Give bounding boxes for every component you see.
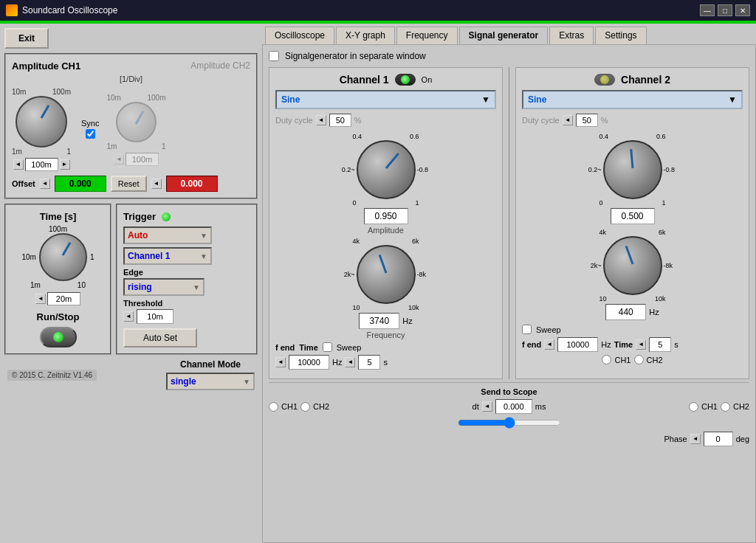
ch2-knob-bottom-labels: 1m 1: [106, 142, 165, 151]
ch2-value-down[interactable]: ◄: [114, 154, 124, 165]
offset-ch1-down[interactable]: ◄: [40, 179, 50, 189]
ch1-duty-unit: %: [354, 116, 362, 125]
ch2-select-row: CH1 CH2: [522, 355, 743, 364]
ch1-fend-unit: Hz: [332, 358, 342, 367]
ch1-wave-dropdown[interactable]: Sine ▼: [275, 90, 496, 109]
ch2-duty-cycle-row: Duty cycle ◄ 50 %: [522, 114, 743, 127]
ch1-duty-down[interactable]: ◄: [316, 115, 326, 125]
ch2-frequency-value-input[interactable]: 440: [605, 304, 646, 320]
ch1-fend-input[interactable]: 10000: [289, 355, 329, 370]
ch1-freq-bot-left: 10: [353, 304, 360, 311]
ch1-time-down[interactable]: ◄: [345, 357, 355, 367]
reset-button[interactable]: Reset: [111, 176, 147, 192]
ch1-send-ch2-radio[interactable]: [300, 402, 310, 412]
ch1-on-indicator: [401, 75, 410, 84]
exit-button[interactable]: Exit: [4, 28, 49, 49]
ch1-duty-input[interactable]: 50: [329, 114, 351, 127]
ch2-time-down[interactable]: ◄: [636, 339, 646, 350]
ch2-ch1-radio[interactable]: [602, 355, 611, 364]
run-stop-button[interactable]: [40, 327, 77, 347]
ch2-fend-down[interactable]: ◄: [544, 339, 554, 350]
ch1-send-ch2-label: CH2: [313, 402, 329, 411]
ch1-f-end-label: f end: [275, 343, 295, 352]
edge-dropdown[interactable]: rising ▼: [123, 278, 205, 296]
ch2-amp-mid-left: 0.2~: [587, 166, 602, 173]
ch2-frequency-knob-section: 4k 6k 2k~ -8k 10 10k: [522, 229, 743, 322]
phase-input[interactable]: 0: [704, 432, 733, 446]
ch1-time-input[interactable]: 5: [358, 355, 380, 370]
tab-settings[interactable]: Settings: [595, 27, 646, 44]
ch1-on-off-toggle[interactable]: [395, 74, 416, 86]
ch2-fend-input[interactable]: 10000: [557, 337, 598, 352]
dt-input[interactable]: 0.000: [495, 399, 532, 414]
ch2-duty-down[interactable]: ◄: [563, 115, 573, 125]
ch2-ch2-label: CH2: [647, 356, 663, 364]
ch1-fend-down[interactable]: ◄: [275, 357, 286, 367]
sync-checkbox[interactable]: [86, 129, 95, 139]
ch1-sweep-checkbox[interactable]: [323, 342, 332, 352]
time-knob[interactable]: [39, 233, 87, 281]
ch1-bot-right-label: 1: [66, 148, 71, 156]
ch2-duty-input[interactable]: 50: [576, 114, 598, 127]
ch2-wave-arrow: ▼: [728, 94, 737, 105]
ch1-amplitude-knob[interactable]: [357, 140, 416, 199]
ch2-amplitude-value-input[interactable]: 0.500: [611, 208, 655, 224]
window-title: Soundcard Oscilloscope: [22, 5, 117, 15]
maximize-button[interactable]: □: [718, 4, 732, 16]
ch1-frequency-value-input[interactable]: 3740: [359, 313, 399, 329]
ch2-on-off-toggle[interactable]: [594, 74, 615, 86]
close-button[interactable]: ✕: [735, 4, 750, 16]
ch1-send-ch1-radio[interactable]: [269, 402, 278, 412]
phase-down[interactable]: ◄: [690, 434, 701, 444]
ch2-send-ch2-radio[interactable]: [721, 402, 730, 412]
ch1-top-right-label: 100m: [52, 88, 71, 96]
bottom-left-row: © 2015 C. Zeitnitz V1.46 Channel Mode si…: [4, 359, 258, 390]
minimize-button[interactable]: —: [700, 4, 715, 16]
ch2-sweep-label: Sweep: [536, 325, 561, 334]
ch1-knob-top-labels: 10m 100m: [12, 88, 71, 96]
ch2-ch2-radio[interactable]: [634, 355, 644, 364]
ch2-amplitude-knob[interactable]: [603, 140, 662, 199]
tab-xy-graph[interactable]: X-Y graph: [336, 27, 395, 44]
dt-down[interactable]: ◄: [482, 401, 492, 412]
time-value-down[interactable]: ◄: [35, 294, 46, 304]
ch2-time-input[interactable]: 5: [649, 337, 671, 352]
ch1-freq-bot-right: 10k: [408, 304, 419, 311]
amplitude-ch2-knob[interactable]: [116, 102, 157, 142]
trigger-channel-dropdown[interactable]: Channel 1 ▼: [123, 247, 212, 265]
dt-label: dt: [472, 402, 479, 411]
auto-set-button[interactable]: Auto Set: [123, 328, 197, 347]
ch2-sweep-checkbox[interactable]: [522, 325, 532, 334]
channel2-panel: Channel 2 Sine ▼ Duty cycle ◄ 50 %: [515, 67, 749, 379]
ch1-amplitude-value-input[interactable]: 0.950: [364, 208, 408, 224]
trigger-section: Trigger Auto ▼ Channel 1 ▼ Edge rising ▼: [116, 204, 258, 355]
tab-frequency[interactable]: Frequency: [396, 27, 458, 44]
ch1-frequency-knob[interactable]: [357, 245, 416, 304]
channel-mode-dropdown[interactable]: single ▼: [166, 373, 255, 390]
trigger-mode-dropdown[interactable]: Auto ▼: [123, 226, 212, 244]
ch2-wave-dropdown[interactable]: Sine ▼: [522, 90, 743, 109]
dt-slider[interactable]: [458, 417, 561, 429]
ch1-value-down[interactable]: ◄: [13, 159, 24, 170]
ch1-freq-label: Frequency: [367, 331, 405, 339]
dt-row: dt ◄ 0.000 ms: [472, 399, 546, 414]
ch2-send-ch1-radio[interactable]: [689, 402, 698, 412]
offset-ch2-input[interactable]: 0.000: [166, 176, 218, 192]
threshold-input[interactable]: 10m: [137, 309, 173, 324]
run-indicator: [53, 332, 63, 342]
ch2-frequency-knob[interactable]: [603, 236, 662, 295]
tab-extras[interactable]: Extras: [549, 27, 594, 44]
ch1-time-label-sm: Time: [299, 343, 317, 352]
trigger-mode-arrow: ▼: [200, 232, 207, 240]
amplitude-ch1-knob[interactable]: [16, 96, 67, 148]
sync-label: Sync: [81, 119, 99, 128]
ch1-freq-top-left: 4k: [353, 238, 360, 245]
offset-ch1-input[interactable]: 0.000: [55, 176, 106, 192]
offset-ch2-down[interactable]: ◄: [151, 179, 162, 189]
tab-signal-generator[interactable]: Signal generator: [459, 27, 549, 44]
threshold-down[interactable]: ◄: [123, 311, 134, 322]
ch1-value-up[interactable]: ►: [60, 159, 70, 170]
tab-oscilloscope[interactable]: Oscilloscope: [265, 27, 334, 44]
separate-window-checkbox[interactable]: [269, 51, 279, 61]
ch1-amp-mid-right: -0.8: [417, 166, 432, 173]
